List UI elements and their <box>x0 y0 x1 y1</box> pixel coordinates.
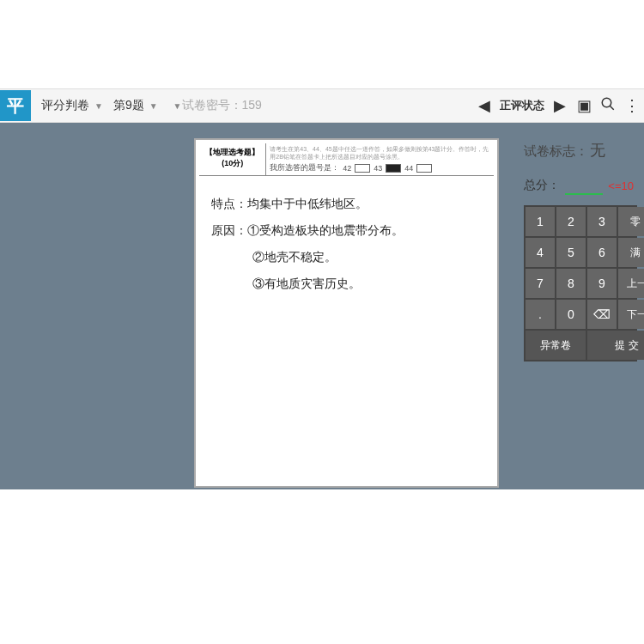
export-icon[interactable]: ▣ <box>572 96 596 115</box>
app-label: 评分判卷 <box>41 98 89 113</box>
chevron-down-icon: ▼ <box>149 101 158 111</box>
arrow-right-icon[interactable]: ▶ <box>548 96 572 115</box>
key-1[interactable]: 1 <box>526 207 555 236</box>
app-logo: 平 <box>0 90 31 121</box>
scoring-panel: 试卷标志： 无 总分： <=10 1 2 3 零 分 4 5 6 满 分 7 8… <box>512 123 644 489</box>
key-7[interactable]: 7 <box>526 269 555 298</box>
opt-43: 43 <box>374 164 382 173</box>
total-label: 总分： <box>524 178 560 193</box>
score-input[interactable] <box>565 176 603 195</box>
key-3[interactable]: 3 <box>587 207 617 236</box>
opt-44: 44 <box>404 164 413 173</box>
question-points: (10分) <box>201 158 264 169</box>
key-0[interactable]: 0 <box>556 300 586 329</box>
more-icon[interactable]: ⋮ <box>620 96 644 115</box>
hw-line-4: ③有地质灾害历史。 <box>211 271 485 298</box>
key-6[interactable]: 6 <box>587 238 617 267</box>
key-abnormal[interactable]: 异常卷 <box>526 331 586 360</box>
hw-line-2: 原因：①受构造板块的地震带分布。 <box>211 218 485 245</box>
key-5[interactable]: 5 <box>556 238 586 267</box>
mark-value: 无 <box>590 140 605 161</box>
key-9[interactable]: 9 <box>587 269 617 298</box>
chevron-down-icon: ▼ <box>173 101 182 111</box>
paper-viewport: 【地理选考题】 (10分) 请考生在第43、44、45题中任选一道作答，如果多做… <box>182 123 512 489</box>
answer-choice-label: 我所选答的题号是： <box>270 162 339 173</box>
score-keypad: 1 2 3 零 分 4 5 6 满 分 7 8 9 上一题 . 0 ⌫ 下一题 … <box>524 205 637 361</box>
key-prev[interactable]: 上一题 <box>618 269 644 298</box>
handwritten-answer: 特点：均集中于中低纬地区。 原因：①受构造板块的地震带分布。 ②地壳不稳定。 ③… <box>199 176 494 306</box>
key-full-score[interactable]: 满 分 <box>618 238 644 267</box>
question-instructions: 请考生在第43、44、45题中任选一道作答，如果多做则按第43题计分。作答时，先… <box>270 145 490 161</box>
arrow-left-icon[interactable]: ◀ <box>472 96 496 115</box>
key-8[interactable]: 8 <box>556 269 586 298</box>
question-title: 【地理选考题】 <box>201 147 264 158</box>
key-submit[interactable]: 提 交 <box>587 331 644 360</box>
key-zero-score[interactable]: 零 分 <box>618 207 644 236</box>
bottom-whitespace <box>0 489 644 644</box>
svg-point-0 <box>602 98 611 107</box>
work-area: 【地理选考题】 (10分) 请考生在第43、44、45题中任选一道作答，如果多做… <box>0 123 644 489</box>
key-backspace[interactable]: ⌫ <box>587 300 617 329</box>
hw-line-3: ②地壳不稳定。 <box>211 245 485 271</box>
toolbar: 平 评分判卷 ▼ 第9题 ▼ ▼ 试卷密号：159 ◀ 正评状态 ▶ ▣ ⋮ <box>0 88 644 123</box>
key-next[interactable]: 下一题 <box>618 300 644 329</box>
search-icon[interactable] <box>596 96 620 116</box>
grading-status: 正评状态 <box>496 98 548 113</box>
score-max: <=10 <box>608 179 634 192</box>
secret-menu[interactable]: ▼ 试卷密号：159 <box>163 98 267 113</box>
key-2[interactable]: 2 <box>556 207 586 236</box>
top-whitespace <box>0 0 644 88</box>
svg-line-1 <box>610 106 614 110</box>
secret-label: 试卷密号：159 <box>182 98 262 113</box>
key-4[interactable]: 4 <box>526 238 555 267</box>
mark-label: 试卷标志： <box>524 143 588 160</box>
answer-sheet: 【地理选考题】 (10分) 请考生在第43、44、45题中任选一道作答，如果多做… <box>194 138 499 488</box>
opt-42: 42 <box>343 164 351 173</box>
chevron-down-icon: ▼ <box>94 101 103 111</box>
app-menu[interactable]: 评分判卷 ▼ <box>36 98 108 113</box>
key-dot[interactable]: . <box>526 300 555 329</box>
question-menu[interactable]: 第9题 ▼ <box>108 98 163 113</box>
question-label: 第9题 <box>113 98 144 113</box>
hw-line-1: 特点：均集中于中低纬地区。 <box>211 191 485 218</box>
